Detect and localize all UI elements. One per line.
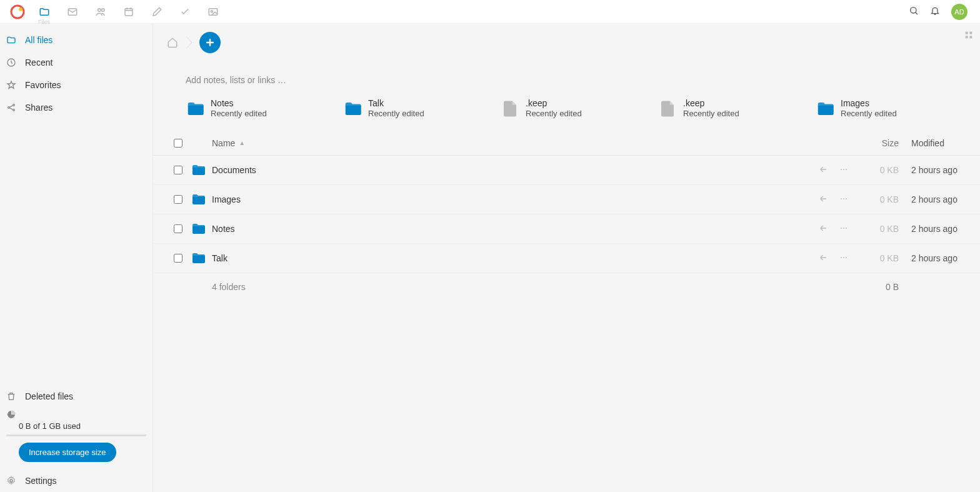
more-icon[interactable] <box>839 253 849 264</box>
file-size: 0 KB <box>855 224 911 234</box>
share-icon[interactable] <box>819 194 829 206</box>
file-modified: 2 hours ago <box>911 194 980 204</box>
nav-tasks[interactable] <box>171 0 199 24</box>
user-avatar[interactable]: AD <box>951 4 968 20</box>
share-icon <box>6 103 16 113</box>
nav-notes[interactable] <box>142 0 171 24</box>
svg-point-1 <box>19 8 22 11</box>
file-name[interactable]: Images <box>212 194 799 204</box>
sidebar-item-all-files[interactable]: All files <box>0 29 152 51</box>
recent-item-title: Notes <box>211 98 267 109</box>
file-row[interactable]: Images0 KB2 hours ago <box>153 185 980 214</box>
file-size: 0 KB <box>855 165 911 175</box>
file-name[interactable]: Notes <box>212 224 799 234</box>
sidebar-item-label: Shares <box>25 103 52 113</box>
svg-point-0 <box>11 6 24 18</box>
file-name[interactable]: Talk <box>212 253 799 263</box>
recent-item-subtitle: Recently edited <box>526 109 582 119</box>
recent-item-title: .keep <box>683 98 739 109</box>
file-row[interactable]: Notes0 KB2 hours ago <box>153 214 980 244</box>
top-nav: Files <box>30 0 227 24</box>
svg-rect-17 <box>969 36 972 38</box>
row-checkbox[interactable] <box>166 224 191 233</box>
recent-item-subtitle: Recently edited <box>368 109 424 119</box>
notes-hint[interactable]: Add notes, lists or links … <box>153 61 980 98</box>
svg-point-11 <box>13 104 15 106</box>
breadcrumb-bar <box>153 24 980 61</box>
view-toggle-grid[interactable] <box>964 30 974 43</box>
nav-contacts[interactable] <box>86 0 114 24</box>
sidebar-item-shares[interactable]: Shares <box>0 96 152 119</box>
sidebar-item-label: All files <box>25 35 52 45</box>
file-size: 0 KB <box>855 253 911 263</box>
sidebar-item-settings[interactable]: Settings <box>0 469 152 492</box>
quota-row <box>0 408 152 421</box>
share-icon[interactable] <box>819 164 829 176</box>
recent-item[interactable]: NotesRecently edited <box>186 98 343 119</box>
column-header-modified[interactable]: Modified <box>911 138 980 148</box>
recent-item[interactable]: .keepRecently edited <box>658 98 816 119</box>
file-row[interactable]: Talk0 KB2 hours ago <box>153 244 980 273</box>
gear-icon <box>6 476 16 486</box>
increase-storage-button[interactable]: Increase storage size <box>19 443 116 462</box>
share-icon[interactable] <box>819 253 829 264</box>
summary-count: 4 folders <box>191 282 799 292</box>
recent-item[interactable]: ImagesRecently edited <box>816 98 973 119</box>
more-icon[interactable] <box>839 194 849 206</box>
file-modified: 2 hours ago <box>911 224 980 234</box>
svg-point-20 <box>846 169 847 170</box>
sidebar-item-deleted[interactable]: Deleted files <box>0 385 152 408</box>
file-name[interactable]: Documents <box>212 165 799 175</box>
more-icon[interactable] <box>839 164 849 176</box>
share-icon[interactable] <box>819 223 829 235</box>
svg-point-12 <box>13 109 15 111</box>
column-header-size[interactable]: Size <box>855 138 911 148</box>
folder-icon <box>191 251 212 266</box>
select-all-checkbox[interactable] <box>166 139 191 148</box>
folder-icon <box>191 192 212 207</box>
storage-quota-bar <box>6 434 146 436</box>
svg-point-28 <box>843 257 844 258</box>
sidebar-item-favorites[interactable]: Favorites <box>0 74 152 96</box>
svg-rect-16 <box>966 36 968 38</box>
svg-rect-15 <box>969 32 972 34</box>
search-icon[interactable] <box>909 6 919 18</box>
file-table-header: Name ▲ Size Modified <box>153 131 980 156</box>
folder-icon <box>186 99 204 118</box>
sidebar-item-label: Deleted files <box>25 391 73 401</box>
notifications-icon[interactable] <box>930 6 940 18</box>
new-button[interactable] <box>199 32 221 53</box>
sort-indicator-icon: ▲ <box>239 139 245 146</box>
nav-files[interactable]: Files <box>30 0 58 24</box>
recent-item[interactable]: TalkRecently edited <box>343 98 501 119</box>
file-row[interactable]: Documents0 KB2 hours ago <box>153 156 980 185</box>
svg-point-21 <box>841 198 842 199</box>
folder-icon <box>6 35 16 45</box>
row-checkbox[interactable] <box>166 166 191 174</box>
sidebar-item-label: Favorites <box>25 80 61 90</box>
svg-point-18 <box>841 169 842 170</box>
recent-item-title: .keep <box>526 98 582 109</box>
nav-photos[interactable] <box>199 0 227 24</box>
main-content: Add notes, lists or links … NotesRecentl… <box>153 24 980 492</box>
folder-icon <box>343 99 362 118</box>
sidebar-item-recent[interactable]: Recent <box>0 51 152 74</box>
breadcrumb-home[interactable] <box>162 32 183 53</box>
more-icon[interactable] <box>839 223 849 235</box>
recent-item[interactable]: .keepRecently edited <box>501 98 658 119</box>
svg-point-23 <box>846 198 847 199</box>
column-header-name[interactable]: Name ▲ <box>191 138 799 148</box>
svg-point-3 <box>98 8 101 11</box>
svg-point-8 <box>911 7 916 13</box>
row-checkbox[interactable] <box>166 195 191 204</box>
nav-calendar[interactable] <box>114 0 142 24</box>
file-size: 0 KB <box>855 194 911 204</box>
breadcrumb-separator-icon <box>183 32 196 53</box>
app-logo[interactable] <box>10 4 25 19</box>
folder-icon <box>816 99 834 118</box>
row-checkbox[interactable] <box>166 254 191 263</box>
file-table: Name ▲ Size Modified Documents0 KB2 hour… <box>153 131 980 301</box>
sidebar-item-label: Settings <box>25 476 57 486</box>
nav-mail[interactable] <box>58 0 86 24</box>
recent-item-title: Talk <box>368 98 424 109</box>
